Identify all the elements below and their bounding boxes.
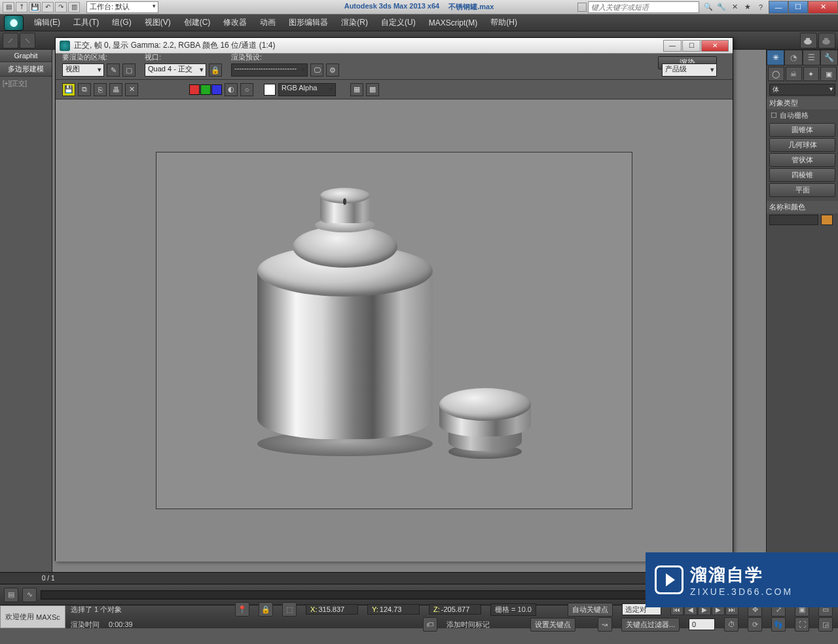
search-icon[interactable]: 🔍: [703, 2, 714, 12]
coord-z[interactable]: Z:-205.877: [429, 604, 481, 615]
menu-maxscript[interactable]: MAXScript(M): [422, 15, 484, 31]
iso-icon[interactable]: ⬚: [282, 602, 297, 617]
rf-bg-swatch[interactable]: [264, 84, 276, 96]
rf-rendersetup-icon[interactable]: 🖵: [310, 63, 323, 77]
rf-mono-toggle[interactable]: ○: [240, 83, 253, 96]
cmd-geom-icon[interactable]: ◯: [768, 67, 784, 81]
rf-red-toggle[interactable]: [189, 84, 200, 95]
rf-clear-icon[interactable]: ✕: [125, 83, 138, 96]
rf-area-select[interactable]: 视图: [62, 63, 104, 77]
menu-help[interactable]: 帮助(H): [484, 15, 524, 31]
workspace-selector[interactable]: 工作台: 默认: [86, 1, 158, 13]
lock-selection-icon[interactable]: 📍: [235, 602, 249, 617]
nav-max-icon[interactable]: ⛶: [795, 617, 809, 632]
rf-titlebar[interactable]: 正交, 帧 0, 显示 Gamma: 2.2, RGBA 颜色 16 位/通道 …: [56, 38, 733, 54]
rf-green-toggle[interactable]: [200, 84, 211, 95]
cmd-tab-hierarchy-icon[interactable]: ☰: [803, 50, 820, 65]
rf-maximize-button[interactable]: ☐: [682, 40, 701, 52]
menu-rendering[interactable]: 渲染(R): [335, 15, 374, 31]
nav-minmax-icon[interactable]: ◲: [818, 617, 833, 632]
menu-modifiers[interactable]: 修改器: [217, 15, 253, 31]
render-prod-icon[interactable]: [818, 33, 835, 48]
time-tag-icon[interactable]: 🏷: [423, 617, 437, 632]
close-button[interactable]: ✕: [808, 1, 838, 14]
nav-walk-icon[interactable]: 👣: [771, 617, 786, 632]
btn-plane[interactable]: 平面: [769, 183, 835, 197]
rf-area-edit-icon[interactable]: ✎: [107, 63, 120, 77]
object-name-input[interactable]: [769, 215, 818, 225]
cmd-shapes-icon[interactable]: ☠: [786, 67, 802, 81]
trackbar-toggle-icon[interactable]: ▤: [4, 588, 18, 602]
menu-animation[interactable]: 动画: [253, 15, 282, 31]
rf-clone-icon[interactable]: ⎘: [94, 83, 107, 96]
rf-canvas[interactable]: [56, 99, 733, 562]
cmd-tab-utilities-icon[interactable]: 🔧: [820, 50, 838, 65]
setkey-button[interactable]: 设置关键点: [530, 618, 575, 632]
menu-group[interactable]: 组(G): [105, 15, 137, 31]
coord-y[interactable]: Y:124.73: [367, 604, 420, 615]
rf-copy-icon[interactable]: ⧉: [78, 83, 91, 96]
render-setup-icon[interactable]: [800, 33, 817, 48]
btn-geosphere[interactable]: 几何球体: [769, 138, 835, 152]
cmd-camera-icon[interactable]: ▣: [820, 67, 837, 81]
rf-preset-select[interactable]: --------------------------: [231, 63, 308, 77]
rf-overlay-a-icon[interactable]: ▦: [350, 83, 363, 96]
workspace-label[interactable]: 工作台: 默认: [86, 1, 158, 13]
coord-x[interactable]: X:315.837: [306, 604, 358, 615]
menu-edit[interactable]: 编辑(E): [27, 15, 67, 31]
menu-grapheditors[interactable]: 图形编辑器: [282, 15, 335, 31]
menu-customize[interactable]: 自定义(U): [374, 15, 422, 31]
rf-lock-icon[interactable]: 🔒: [209, 63, 222, 77]
rf-envfx-icon[interactable]: ⚙: [326, 63, 339, 77]
rf-minimize-button[interactable]: —: [663, 40, 682, 52]
app-logo-icon[interactable]: ⬤: [4, 15, 24, 31]
qat-save-icon[interactable]: 💾: [29, 2, 41, 12]
unlink-icon[interactable]: ⟍: [20, 33, 35, 48]
minimize-button[interactable]: —: [769, 1, 788, 14]
nav-orbit-icon[interactable]: ⟳: [748, 617, 762, 632]
current-frame-input[interactable]: [689, 618, 715, 630]
qat-undo-icon[interactable]: ↶: [42, 2, 54, 12]
rf-viewport-select[interactable]: Quad 4 - 正交: [145, 63, 206, 77]
help-icon[interactable]: ?: [756, 2, 766, 12]
btn-pyramid[interactable]: 四棱锥: [769, 168, 835, 182]
select-link-icon[interactable]: ⟋: [3, 33, 18, 48]
cmd-tab-modify-icon[interactable]: ◔: [784, 50, 802, 65]
search-arrow-icon[interactable]: ▸: [577, 3, 587, 12]
exchange-icon[interactable]: ✕: [729, 2, 740, 12]
rf-channel-select[interactable]: RGB Alpha: [278, 83, 336, 96]
add-time-marker[interactable]: 添加时间标记: [446, 620, 490, 630]
cmd-category-dropdown[interactable]: 体: [769, 84, 835, 96]
star-icon[interactable]: ★: [742, 2, 753, 12]
menu-tools[interactable]: 工具(T): [67, 15, 105, 31]
qat-new-icon[interactable]: ▤: [3, 2, 14, 12]
key-icon[interactable]: 🔧: [716, 2, 727, 12]
welcome-tab[interactable]: 欢迎使用 MAXSc: [0, 605, 65, 628]
rf-alpha-toggle[interactable]: ◐: [225, 83, 238, 96]
object-color-swatch[interactable]: [821, 215, 833, 225]
search-input[interactable]: [588, 1, 699, 13]
cmd-lights-icon[interactable]: ✦: [803, 67, 820, 81]
btn-tube[interactable]: 管状体: [769, 153, 835, 167]
qat-redo-icon[interactable]: ↷: [55, 2, 67, 12]
rf-overlay-b-icon[interactable]: ▩: [366, 83, 379, 96]
time-config-icon[interactable]: ⏱: [724, 617, 738, 632]
rf-production-select[interactable]: 产品级: [662, 63, 717, 77]
trackbar-curve-icon[interactable]: ∿: [22, 588, 37, 602]
menu-create[interactable]: 创建(C): [177, 15, 217, 31]
viewport-label[interactable]: [+][正交]: [0, 77, 52, 91]
rf-area-region-icon[interactable]: ▢: [122, 63, 136, 77]
rf-print-icon[interactable]: 🖶: [109, 83, 122, 96]
ribbon-tab-graphite[interactable]: Graphit: [0, 50, 52, 62]
cmd-tab-create-icon[interactable]: ✳: [767, 50, 784, 65]
autogrid-checkbox[interactable]: ☐自动栅格: [767, 109, 838, 122]
autokey-button[interactable]: 自动关键点: [568, 603, 613, 617]
menu-views[interactable]: 视图(V): [138, 15, 177, 31]
ribbon-tab-polymodel[interactable]: 多边形建模: [0, 62, 52, 77]
qat-project-icon[interactable]: ▥: [68, 2, 80, 12]
qat-open-icon[interactable]: ⤒: [16, 2, 27, 12]
btn-cone[interactable]: 圆锥体: [769, 123, 835, 137]
keyfilter-button[interactable]: 关键点过滤器...: [621, 618, 680, 632]
rf-close-button[interactable]: ✕: [701, 40, 729, 52]
maximize-button[interactable]: ☐: [788, 1, 808, 14]
